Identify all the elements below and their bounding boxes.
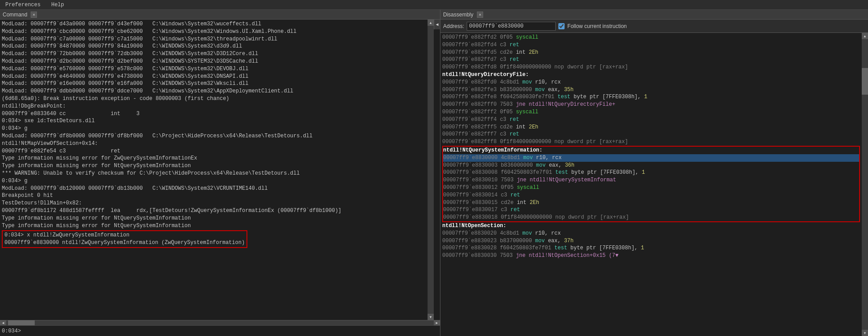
- disassembly-pane: Disassembly ✕ Address: Follow current in…: [440, 10, 868, 336]
- disasm-row[interactable]: 00007ff9`e882fff5 cd2e int 2Eh: [442, 124, 860, 131]
- collapse-button[interactable]: ◀: [434, 20, 440, 29]
- cmd-line: ModLoad: 00007ff9`c7a00000 00007ff9`c7a1…: [2, 36, 426, 43]
- menubar: Preferences Help: [0, 0, 868, 10]
- command-titlebar: Command ✕: [0, 10, 440, 20]
- menu-help[interactable]: Help: [49, 1, 66, 9]
- scroll-up-btn[interactable]: ▲: [428, 20, 434, 26]
- disasm-label: ntdll!NtQuerySystemInformation:: [443, 147, 859, 154]
- disasm-row[interactable]: 00007ff9`e8830014 c3 ret: [443, 192, 859, 199]
- disasm-row[interactable]: 00007ff9`e882ffe8 f6042580030fe7f01 test…: [442, 93, 860, 101]
- disasm-label: ntdll!NtQueryDirectoryFile:: [442, 71, 860, 79]
- cmd-line: Type information missing error for NtQue…: [2, 215, 426, 222]
- disasm-row[interactable]: 00007ff9`e882fff0 7503 jne ntdll!NtQuery…: [442, 101, 860, 108]
- disasm-row[interactable]: 00007ff9`e8830018 0f1f840000000000 nop d…: [443, 214, 859, 221]
- cmd-line: 00007ff9`e882fe54 c3 ret: [2, 148, 426, 155]
- cmd-line: ModLoad: 00007ff9`cbcd0000 00007ff9`cbe6…: [2, 28, 426, 36]
- cmd-line: ModLoad: 00007ff9`ddbb0000 00007ff9`ddce…: [2, 88, 426, 95]
- cmd-line-highlighted: 00007ff9`e8830000 ntdll!ZwQuerySystemInf…: [4, 239, 245, 247]
- follow-instruction-checkbox[interactable]: [558, 23, 565, 29]
- scroll-right-btn[interactable]: ▶: [434, 320, 440, 326]
- disasm-row[interactable]: 00007ff9`e882ffe3 b835000000 mov eax, 35…: [442, 86, 860, 94]
- cmd-line: 0:034> g: [2, 177, 426, 185]
- cmd-line: ModLoad: 00007ff9`84870000 00007ff9`84a1…: [2, 43, 426, 50]
- disasm-row[interactable]: 00007ff9`e8830000 4c8bd1 mov r10, rcx: [443, 154, 859, 162]
- left-pane-scrollbar[interactable]: ▲ ▼: [428, 20, 434, 320]
- disasm-row[interactable]: 00007ff9`e882ffd0 4c8bd1 mov r10, rcx: [442, 79, 860, 86]
- cmd-line: 0:034> sxe ld:TestDetours.dll: [2, 117, 426, 125]
- disassembly-toolbar: Address: Follow current instruction: [440, 20, 868, 33]
- cmd-line: ntdll!DbgBreakPoint:: [2, 103, 426, 110]
- cmd-line: ModLoad: 00007ff9`d43a0000 00007ff9`d43e…: [2, 20, 426, 28]
- disasm-row[interactable]: 00007ff9`e882fff4 c3 ret: [442, 116, 860, 124]
- cmd-line: Type information missing error for ZwQue…: [2, 155, 426, 162]
- cmd-line: ModLoad: 00007ff9`df8b0000 00007ff9`df8b…: [2, 132, 426, 140]
- disasm-row[interactable]: 00007ff9`e882fff2 0f05 syscall: [442, 108, 860, 116]
- disasm-row[interactable]: 00007ff9`e8830020 4c8bd1 mov r10, rcx: [442, 230, 860, 237]
- cmd-line: *** WARNING: Unable to verify checksum f…: [2, 170, 426, 177]
- disasm-row[interactable]: 00007ff9`e8830023 b837000000 mov eax, 37…: [442, 237, 860, 245]
- cmd-line: 0:034> g: [2, 125, 426, 132]
- disassembly-content[interactable]: 00007ff9`e882ffd2 0f05 syscall 00007ff9`…: [440, 33, 862, 336]
- disassembly-close-button[interactable]: ✕: [477, 12, 483, 18]
- disasm-v-scrollbar[interactable]: ▲ ▼: [862, 33, 868, 336]
- cmd-h-scrollbar[interactable]: ◀ ▶: [0, 320, 440, 325]
- disasm-row[interactable]: 00007ff9`e8830010 7503 jne ntdll!NtQuery…: [443, 176, 859, 184]
- cmd-line: ModLoad: 00007ff9`e5760000 00007ff9`e578…: [2, 65, 426, 73]
- highlighted-cmd-block: 0:034> x ntdll!ZwQuerySystemInformation0…: [2, 230, 247, 248]
- disasm-row[interactable]: 00007ff9`e8830012 0f05 syscall: [443, 184, 859, 192]
- cmd-line: (6d68.65a0): Break instruction exception…: [2, 95, 426, 103]
- command-pane: Command ✕ ModLoad: 00007ff9`d43a0000 000…: [0, 10, 440, 336]
- follow-instruction-label: Follow current instruction: [567, 23, 626, 29]
- cmd-line: 00007ff9`df8b1172 488d1587feffff lea rdx…: [2, 207, 426, 215]
- disasm-row[interactable]: 00007ff9`e8830015 cd2e int 2Eh: [443, 199, 859, 207]
- cmd-line: ModLoad: 00007ff9`db120000 00007ff9`db13…: [2, 185, 426, 192]
- disasm-row[interactable]: 00007ff9`e8830017 c3 ret: [443, 206, 859, 214]
- disasm-scroll-thumb[interactable]: [862, 68, 868, 95]
- disasm-row[interactable]: 00007ff9`e882fff7 c3 ret: [442, 131, 860, 138]
- disasm-row[interactable]: 00007ff9`e882ffd8 0f1f840000000000 nop d…: [442, 64, 860, 71]
- disasm-scroll-up[interactable]: ▲: [862, 33, 868, 39]
- disasm-row[interactable]: 00007ff9`e882ffd5 cd2e int 2Eh: [442, 49, 860, 56]
- scroll-track: [428, 26, 434, 314]
- disasm-row[interactable]: 00007ff9`e882ffd4 c3 ret: [442, 41, 860, 49]
- cmd-line: Breakpoint 0 hit: [2, 192, 426, 200]
- cmd-line: ModLoad: 00007ff9`e4640000 00007ff9`e473…: [2, 73, 426, 80]
- disasm-row[interactable]: 00007ff9`e882ffd2 0f05 syscall: [442, 34, 860, 41]
- h-scrollbar-thumb[interactable]: [8, 320, 35, 326]
- disasm-scroll-track: [862, 39, 868, 330]
- highlighted-disasm-block: ntdll!NtQuerySystemInformation:00007ff9`…: [442, 146, 860, 222]
- cmd-line-highlighted: 0:034> x ntdll!ZwQuerySystemInformation: [4, 232, 245, 239]
- command-output[interactable]: ModLoad: 00007ff9`d43a0000 00007ff9`d43e…: [0, 20, 428, 320]
- disasm-row[interactable]: 00007ff9`e8830030 7503 jne ntdll!NtOpenS…: [442, 252, 860, 260]
- disasm-row[interactable]: 00007ff9`e882ffd7 c3 ret: [442, 56, 860, 64]
- disassembly-titlebar: Disassembly ✕: [440, 10, 868, 20]
- disasm-scroll-down[interactable]: ▼: [862, 330, 868, 336]
- cmd-line: ModLoad: 00007ff9`e16e0000 00007ff9`e16f…: [2, 80, 426, 88]
- menu-preferences[interactable]: Preferences: [4, 1, 42, 9]
- cmd-line: ModLoad: 00007ff9`72bb0000 00007ff9`72db…: [2, 50, 426, 58]
- command-close-button[interactable]: ✕: [31, 12, 37, 18]
- disasm-row[interactable]: 00007ff9`e8830008 f604250803fe7f01 test …: [443, 169, 859, 176]
- disasm-label: ntdll!NtOpenSection:: [442, 222, 860, 230]
- cmd-line: Type information missing error for NtQue…: [2, 162, 426, 170]
- cmd-line: TestDetours!DllMain+0x82:: [2, 200, 426, 207]
- disasm-row[interactable]: 00007ff9`e8830028 f604250803fe7f01 test …: [442, 244, 860, 252]
- disasm-row[interactable]: 00007ff9`e882fff8 0f1f840000000000 nop d…: [442, 138, 860, 146]
- scroll-left-btn[interactable]: ◀: [0, 320, 6, 326]
- address-label: Address:: [443, 23, 464, 29]
- cmd-input-bar: 0:034>: [0, 325, 440, 336]
- command-title: Command: [3, 12, 27, 18]
- cmd-line: Type information missing error for NtQue…: [2, 222, 426, 230]
- cmd-line: ModLoad: 00007ff9`d2bc0000 00007ff9`d2be…: [2, 58, 426, 65]
- address-input[interactable]: [467, 22, 556, 31]
- main-area: Command ✕ ModLoad: 00007ff9`d43a0000 000…: [0, 10, 868, 336]
- scroll-down-btn[interactable]: ▼: [428, 314, 434, 320]
- cmd-prompt: 0:034>: [2, 328, 21, 334]
- cmd-line: ntdll!NtMapViewOfSection+0x14:: [2, 140, 426, 148]
- cmd-line: 00007ff9`e8833640 cc int 3: [2, 110, 426, 118]
- disassembly-title: Disassembly: [443, 12, 473, 18]
- disasm-row[interactable]: 00007ff9`e8830003 b836000000 mov eax, 36…: [443, 162, 859, 169]
